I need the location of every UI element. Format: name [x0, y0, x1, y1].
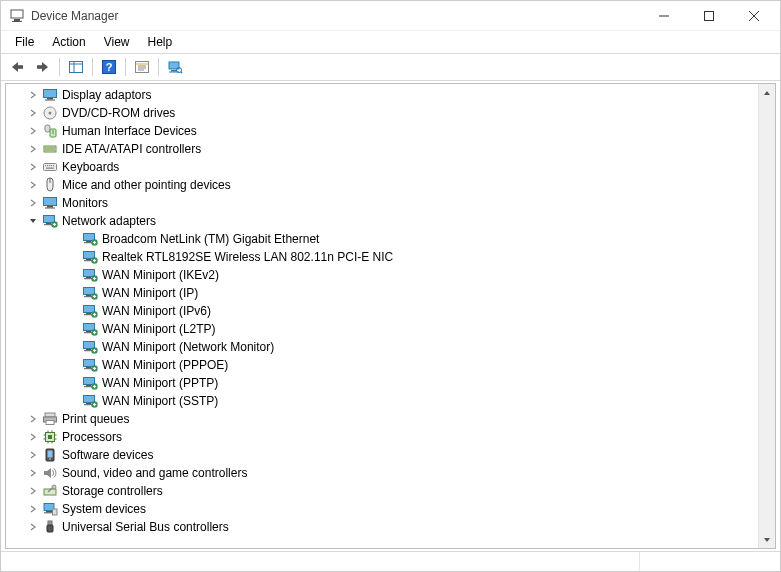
tree-device[interactable]: Broadcom NetLink (TM) Gigabit Ethernet — [6, 230, 758, 248]
tree-device[interactable]: WAN Miniport (L2TP) — [6, 320, 758, 338]
close-button[interactable] — [731, 1, 776, 31]
svg-rect-47 — [44, 198, 57, 206]
tree-device-label: Broadcom NetLink (TM) Gigabit Ethernet — [102, 232, 319, 246]
tree-category-label: System devices — [62, 502, 146, 516]
net-icon — [82, 231, 98, 247]
chevron-right-icon[interactable] — [26, 502, 40, 516]
tree-device-label: WAN Miniport (L2TP) — [102, 322, 216, 336]
tree-device[interactable]: WAN Miniport (PPPOE) — [6, 356, 758, 374]
svg-rect-75 — [86, 295, 91, 296]
chevron-right-icon[interactable] — [26, 106, 40, 120]
svg-rect-1 — [14, 19, 20, 21]
tree-category[interactable]: Processors — [6, 428, 758, 446]
tree-category[interactable]: Sound, video and game controllers — [6, 464, 758, 482]
chevron-right-icon[interactable] — [26, 466, 40, 480]
svg-point-28 — [49, 112, 52, 115]
maximize-button[interactable] — [686, 1, 731, 31]
svg-rect-104 — [84, 378, 95, 385]
menu-file[interactable]: File — [7, 33, 42, 51]
tree-category[interactable]: System devices — [6, 500, 758, 518]
tree-category[interactable]: Universal Serial Bus controllers — [6, 518, 758, 536]
properties-button[interactable] — [130, 56, 154, 78]
tree-device-label: WAN Miniport (Network Monitor) — [102, 340, 274, 354]
net-icon — [82, 285, 98, 301]
tree-device[interactable]: Realtek RTL8192SE Wireless LAN 802.11n P… — [6, 248, 758, 266]
tree-category-label: Monitors — [62, 196, 108, 210]
svg-rect-49 — [45, 208, 55, 209]
help-button[interactable]: ? — [97, 56, 121, 78]
back-button[interactable] — [5, 56, 29, 78]
chevron-right-icon[interactable] — [26, 448, 40, 462]
usb-icon — [42, 519, 58, 535]
tree-device[interactable]: WAN Miniport (IPv6) — [6, 302, 758, 320]
sound-icon — [42, 465, 58, 481]
tree-category[interactable]: Print queues — [6, 410, 758, 428]
vertical-scrollbar[interactable] — [758, 84, 775, 548]
scan-hardware-button[interactable] — [163, 56, 187, 78]
mouse-icon — [42, 177, 58, 193]
svg-rect-69 — [86, 277, 91, 278]
tree-category-label: Display adaptors — [62, 88, 151, 102]
tree-category[interactable]: IDE ATA/ATAPI controllers — [6, 140, 758, 158]
tree-category[interactable]: Software devices — [6, 446, 758, 464]
svg-rect-86 — [84, 324, 95, 331]
tree-category[interactable]: Display adaptors — [6, 86, 758, 104]
tree-device[interactable]: WAN Miniport (SSTP) — [6, 392, 758, 410]
chevron-right-icon[interactable] — [26, 142, 40, 156]
menu-action[interactable]: Action — [44, 33, 93, 51]
svg-rect-92 — [84, 342, 95, 349]
chevron-right-icon[interactable] — [26, 178, 40, 192]
chevron-down-icon[interactable] — [26, 214, 40, 228]
minimize-button[interactable] — [641, 1, 686, 31]
chevron-right-icon[interactable] — [26, 88, 40, 102]
svg-rect-81 — [86, 313, 91, 314]
tree-device[interactable]: WAN Miniport (PPTP) — [6, 374, 758, 392]
scroll-down-arrow[interactable] — [759, 531, 775, 548]
toolbar-separator — [158, 58, 159, 76]
chevron-right-icon[interactable] — [26, 160, 40, 174]
svg-rect-111 — [86, 403, 91, 404]
tree-device[interactable]: WAN Miniport (Network Monitor) — [6, 338, 758, 356]
tree-device-label: WAN Miniport (IKEv2) — [102, 268, 219, 282]
tree-category[interactable]: Storage controllers — [6, 482, 758, 500]
toolbar-separator — [125, 58, 126, 76]
tree-category[interactable]: Mice and other pointing devices — [6, 176, 758, 194]
forward-button[interactable] — [31, 56, 55, 78]
svg-rect-116 — [45, 413, 55, 417]
scroll-up-arrow[interactable] — [759, 84, 775, 101]
chevron-right-icon[interactable] — [26, 124, 40, 138]
chevron-right-icon[interactable] — [26, 430, 40, 444]
svg-rect-39 — [44, 164, 57, 171]
chevron-right-icon[interactable] — [26, 484, 40, 498]
storage-icon — [42, 483, 58, 499]
svg-rect-44 — [53, 165, 54, 166]
menu-view[interactable]: View — [96, 33, 138, 51]
tree-device[interactable]: WAN Miniport (IP) — [6, 284, 758, 302]
tree-device[interactable]: WAN Miniport (IKEv2) — [6, 266, 758, 284]
tree-category[interactable]: Human Interface Devices — [6, 122, 758, 140]
svg-rect-45 — [46, 168, 54, 169]
svg-rect-105 — [86, 385, 91, 386]
svg-rect-80 — [84, 306, 95, 313]
tree-category[interactable]: Monitors — [6, 194, 758, 212]
tree-category[interactable]: DVD/CD-ROM drives — [6, 104, 758, 122]
tree-category[interactable]: Keyboards — [6, 158, 758, 176]
chevron-right-icon[interactable] — [26, 412, 40, 426]
tree-category-label: Network adapters — [62, 214, 156, 228]
monitor-icon — [42, 195, 58, 211]
show-hide-tree-button[interactable] — [64, 56, 88, 78]
tree-category-label: Sound, video and game controllers — [62, 466, 247, 480]
svg-rect-130 — [48, 451, 53, 458]
tree-category-label: Mice and other pointing devices — [62, 178, 231, 192]
status-pane-right — [640, 552, 780, 572]
chevron-right-icon[interactable] — [26, 520, 40, 534]
chevron-right-icon[interactable] — [26, 196, 40, 210]
device-tree[interactable]: Display adaptorsDVD/CD-ROM drivesHuman I… — [6, 84, 758, 548]
svg-rect-41 — [47, 165, 48, 166]
menu-help[interactable]: Help — [140, 33, 181, 51]
toolbar-separator — [92, 58, 93, 76]
svg-rect-99 — [86, 367, 91, 368]
scroll-track[interactable] — [759, 101, 775, 531]
tree-category[interactable]: Network adapters — [6, 212, 758, 230]
system-icon — [42, 501, 58, 517]
